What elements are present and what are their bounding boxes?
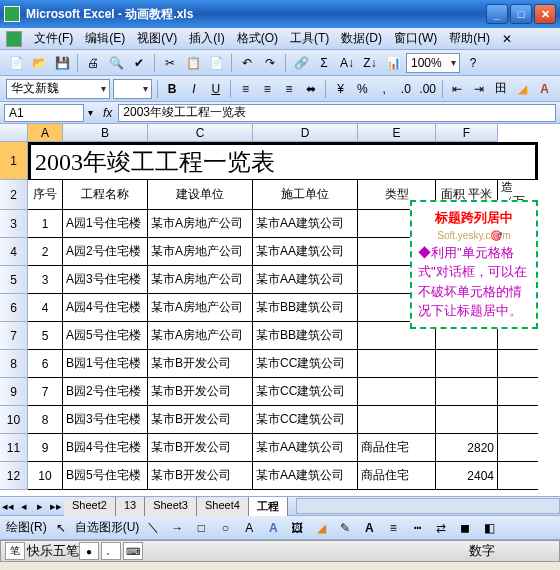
cell-seq[interactable]: 2: [28, 238, 63, 266]
row-11[interactable]: 11: [0, 434, 28, 462]
draw-menu[interactable]: 绘图(R): [6, 519, 47, 536]
cell-con[interactable]: 某市BB建筑公司: [253, 294, 358, 322]
oval-icon[interactable]: ○: [215, 518, 235, 538]
cell-type[interactable]: [358, 378, 436, 406]
tab-prev-button[interactable]: ◂: [16, 498, 32, 514]
menu-insert[interactable]: 插入(I): [183, 28, 230, 49]
col-b[interactable]: B: [63, 124, 148, 142]
sheet-tab-Sheet2[interactable]: Sheet2: [64, 497, 116, 516]
ime-softkbd-button[interactable]: ⌨: [123, 542, 143, 560]
dropdown-icon[interactable]: ▾: [84, 107, 97, 118]
cell-seq[interactable]: 10: [28, 462, 63, 490]
row-10[interactable]: 10: [0, 406, 28, 434]
doc-close-button[interactable]: ✕: [496, 30, 518, 48]
copy-button[interactable]: 📋: [183, 53, 203, 73]
app-icon[interactable]: [6, 31, 22, 47]
paste-button[interactable]: 📄: [206, 53, 226, 73]
cell-con[interactable]: 某市CC建筑公司: [253, 378, 358, 406]
line-color-icon[interactable]: ✎: [335, 518, 355, 538]
undo-button[interactable]: ↶: [237, 53, 257, 73]
minimize-button[interactable]: _: [486, 4, 508, 24]
cell-seq[interactable]: 1: [28, 210, 63, 238]
cell-seq[interactable]: 5: [28, 322, 63, 350]
cell-con[interactable]: 某市BB建筑公司: [253, 322, 358, 350]
line-style-icon[interactable]: ≡: [383, 518, 403, 538]
menu-file[interactable]: 文件(F): [28, 28, 79, 49]
cell-type[interactable]: [358, 406, 436, 434]
fill-color-button[interactable]: ◢: [513, 79, 532, 99]
cell-name[interactable]: A园2号住宅楼: [63, 238, 148, 266]
menu-help[interactable]: 帮助(H): [443, 28, 496, 49]
cell-dev[interactable]: 某市B开发公司: [148, 406, 253, 434]
align-left-button[interactable]: ≡: [236, 79, 255, 99]
sheet-tab-13[interactable]: 13: [116, 497, 145, 516]
cell-dev[interactable]: 某市A房地产公司: [148, 322, 253, 350]
percent-button[interactable]: %: [353, 79, 372, 99]
wordart-icon[interactable]: A: [263, 518, 283, 538]
cell-area[interactable]: [436, 406, 498, 434]
close-button[interactable]: ✕: [534, 4, 556, 24]
hdr-con[interactable]: 施工单位: [253, 180, 358, 210]
cell-seq[interactable]: 6: [28, 350, 63, 378]
formula-input[interactable]: 2003年竣工工程一览表: [118, 104, 556, 122]
bold-button[interactable]: B: [163, 79, 182, 99]
cell-seq[interactable]: 4: [28, 294, 63, 322]
spell-button[interactable]: ✔: [129, 53, 149, 73]
cell-dev[interactable]: 某市A房地产公司: [148, 238, 253, 266]
cell-dev[interactable]: 某市B开发公司: [148, 462, 253, 490]
cell-type[interactable]: 商品住宅: [358, 462, 436, 490]
col-f[interactable]: F: [436, 124, 498, 142]
indent-inc-button[interactable]: ⇥: [470, 79, 489, 99]
sheet-tab-工程[interactable]: 工程: [249, 497, 288, 516]
select-arrow-icon[interactable]: ↖: [51, 518, 71, 538]
cell-extra[interactable]: [498, 406, 538, 434]
border-button[interactable]: 田: [492, 79, 511, 99]
save-button[interactable]: 💾: [52, 53, 72, 73]
font-color-icon[interactable]: A: [359, 518, 379, 538]
sheet-tab-Sheet3[interactable]: Sheet3: [145, 497, 197, 516]
tab-last-button[interactable]: ▸▸: [48, 498, 64, 514]
tab-next-button[interactable]: ▸: [32, 498, 48, 514]
col-d[interactable]: D: [253, 124, 358, 142]
hdr-name[interactable]: 工程名称: [63, 180, 148, 210]
cell-con[interactable]: 某市AA建筑公司: [253, 238, 358, 266]
cell-con[interactable]: 某市CC建筑公司: [253, 350, 358, 378]
cell-area[interactable]: [436, 378, 498, 406]
cell-name[interactable]: B园3号住宅楼: [63, 406, 148, 434]
h-scrollbar[interactable]: [296, 498, 560, 514]
fill-icon[interactable]: ◢: [311, 518, 331, 538]
cell-name[interactable]: A园5号住宅楼: [63, 322, 148, 350]
cell-extra[interactable]: [498, 350, 538, 378]
maximize-button[interactable]: □: [510, 4, 532, 24]
row-4[interactable]: 4: [0, 238, 28, 266]
menu-window[interactable]: 窗口(W): [388, 28, 443, 49]
cell-dev[interactable]: 某市A房地产公司: [148, 210, 253, 238]
font-size-combo[interactable]: [113, 79, 152, 99]
cell-name[interactable]: B园4号住宅楼: [63, 434, 148, 462]
cell-con[interactable]: 某市AA建筑公司: [253, 462, 358, 490]
3d-icon[interactable]: ◧: [479, 518, 499, 538]
cell-dev[interactable]: 某市B开发公司: [148, 350, 253, 378]
row-2[interactable]: 2: [0, 180, 28, 210]
menu-edit[interactable]: 编辑(E): [79, 28, 131, 49]
col-a[interactable]: A: [28, 124, 63, 142]
cell-extra[interactable]: [498, 378, 538, 406]
cell-name[interactable]: A园4号住宅楼: [63, 294, 148, 322]
ime-punct-button[interactable]: 。: [101, 542, 121, 560]
align-right-button[interactable]: ≡: [280, 79, 299, 99]
autoshape-menu[interactable]: 自选图形(U): [75, 519, 140, 536]
zoom-combo[interactable]: 100%: [406, 53, 460, 73]
row-9[interactable]: 9: [0, 378, 28, 406]
rect-icon[interactable]: □: [191, 518, 211, 538]
new-button[interactable]: 📄: [6, 53, 26, 73]
ime-toggle-button[interactable]: 笔: [5, 542, 25, 560]
cell-seq[interactable]: 3: [28, 266, 63, 294]
open-button[interactable]: 📂: [29, 53, 49, 73]
hdr-dev[interactable]: 建设单位: [148, 180, 253, 210]
indent-dec-button[interactable]: ⇤: [448, 79, 467, 99]
row-3[interactable]: 3: [0, 210, 28, 238]
inc-decimal-button[interactable]: .0: [396, 79, 415, 99]
select-all-corner[interactable]: [0, 124, 28, 142]
arrow-style-icon[interactable]: ⇄: [431, 518, 451, 538]
cell-name[interactable]: B园5号住宅楼: [63, 462, 148, 490]
